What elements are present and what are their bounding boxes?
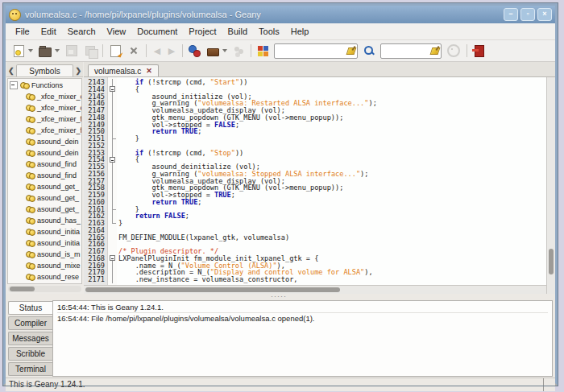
menu-build[interactable]: Build [222,24,253,39]
quit-button[interactable] [471,43,488,59]
revert-button[interactable] [106,43,125,59]
sidebar-hscrollbar[interactable] [8,286,81,292]
tab-status[interactable]: Status [8,301,52,315]
goto-entry [380,43,442,59]
tab-messages[interactable]: Messages [8,332,52,345]
goto-input[interactable] [381,45,429,57]
tab-symbols[interactable]: Symbols [16,64,74,76]
tree-item[interactable]: asound_dein [8,136,81,147]
tree-item-label: _xfce_mixer_c [37,104,81,112]
tree-item[interactable]: asound_mixe [8,260,81,271]
symbol-icon [26,274,35,280]
symbol-icon [20,82,29,89]
tree-item[interactable]: asound_get_ [8,192,81,204]
tab-compiler[interactable]: Compiler [8,316,52,330]
panel-splitter[interactable]: ····· [6,294,555,299]
goto-line-icon [447,44,460,57]
message-window-tabs: StatusCompilerMessagesScribbleTerminal [8,300,52,377]
close-document-button[interactable] [125,43,143,59]
tree-item[interactable]: asound_dein [8,147,81,159]
title-bar[interactable]: volumealsa.c - /home/pi/lxpanel/plugins/… [6,6,555,23]
code-line[interactable]: 2162 return FALSE; [84,213,546,220]
symbol-icon [26,184,35,190]
tree-item[interactable]: asound_get_ [8,204,81,215]
search-input[interactable] [275,45,346,57]
tree-item[interactable]: asound_find [8,170,81,181]
minimize-button[interactable]: − [504,8,518,21]
tree-item[interactable]: asound_initia [8,226,81,237]
open-button[interactable] [35,43,62,59]
tree-item[interactable]: _xfce_mixer_f [8,113,81,125]
tree-item[interactable]: asound_is_m [8,249,81,260]
code-line[interactable]: 2151 } [84,135,546,142]
sidebar-tab-scroll-right-icon[interactable]: ❯ [73,67,83,76]
menu-help[interactable]: Help [285,24,315,39]
tree-item[interactable]: asound_find [8,159,81,170]
tree-item[interactable]: _xfce_mixer_f [8,125,81,136]
save-all-icon [85,46,95,56]
new-button[interactable] [10,43,35,59]
status-message: 16:54:44: This is Geany 1.24.1. [57,302,548,313]
editor-hscrollbar[interactable] [84,285,546,294]
tree-item[interactable]: asound_initia [8,237,81,249]
fold-margin[interactable] [108,255,117,262]
code-text: .new_instance = volumealsa_constructor, [117,276,297,283]
tree-item[interactable]: asound_has_ [8,215,81,226]
code-line[interactable]: 2150 return TRUE; [84,128,546,135]
close-button[interactable]: × [537,8,552,21]
code-line[interactable]: 2171 .new_instance = volumealsa_construc… [84,276,546,283]
code-line[interactable]: 2153 if (!strcmp (cmd, "Stop")) [84,150,546,157]
fold-margin[interactable] [108,86,117,93]
code-view[interactable]: 2143 if (!strcmp (cmd, "Start"))2144 {21… [84,77,546,285]
dropdown-caret-icon[interactable] [28,49,33,52]
clear-search-icon[interactable] [346,46,355,56]
menu-view[interactable]: View [102,24,132,39]
fold-margin [108,184,117,192]
clear-goto-icon[interactable] [429,46,439,56]
maximize-button[interactable]: ▫ [520,8,535,21]
fold-margin [108,206,117,213]
symbol-icon [26,195,35,201]
code-line[interactable]: 2165FM_DEFINE_MODULE(lxpanel_gtk, volume… [84,234,546,241]
dropdown-caret-icon[interactable] [222,49,227,52]
sidebar-tab-scroll-left-icon[interactable]: ❮ [6,67,16,76]
search-button[interactable] [360,43,378,59]
tab-terminal[interactable]: Terminal [8,362,52,376]
code-line[interactable]: 2163} [84,220,546,227]
tab-scribble[interactable]: Scribble [8,347,52,361]
tab-volumealsa-c[interactable]: volumealsa.c ✕ [88,64,159,76]
tree-item[interactable]: _xfce_mixer_c [8,102,81,113]
symbol-icon [26,161,35,167]
tree-item-label: _xfce_mixer_f [37,126,81,134]
tree-item[interactable]: asound_get_ [8,181,81,192]
menu-file[interactable]: File [10,24,35,39]
menu-search[interactable]: Search [62,24,102,39]
menu-document[interactable]: Document [131,24,183,39]
sidebar-hscrollbar-thumb[interactable] [10,287,35,291]
color-chooser-button[interactable] [255,43,272,59]
editor-vscrollbar-thumb[interactable] [549,249,554,274]
tree-item[interactable]: asound_rese [8,271,81,283]
editor-vscrollbar[interactable] [546,77,555,294]
dropdown-caret-icon[interactable] [55,49,60,52]
main-area: ❮ Symbols ❯ Functions_xfce_mixer_c_xfce_… [6,62,555,294]
compile-button[interactable] [186,43,204,59]
code-line[interactable]: 2143 if (!strcmp (cmd, "Start")) [84,79,546,86]
run-icon [233,45,244,56]
expander-icon[interactable] [10,81,18,89]
fold-margin [108,276,117,283]
tree-item[interactable]: _xfce_mixer_c [8,91,81,102]
editor-hscrollbar-thumb[interactable] [85,287,340,292]
fold-margin[interactable] [108,156,117,163]
fold-margin [108,93,117,101]
menu-project[interactable]: Project [183,24,222,39]
code-line[interactable]: 2160 return TRUE; [84,199,546,206]
tab-close-icon[interactable]: ✕ [146,68,152,75]
tree-item-functions[interactable]: Functions [8,80,81,91]
navigate-forward-button: ▶ [164,43,179,59]
menu-tools[interactable]: Tools [253,24,285,39]
resize-grip[interactable] [543,378,555,391]
tree-item-label: asound_has_ [37,217,81,225]
build-button[interactable] [204,43,230,59]
menu-edit[interactable]: Edit [35,24,62,39]
